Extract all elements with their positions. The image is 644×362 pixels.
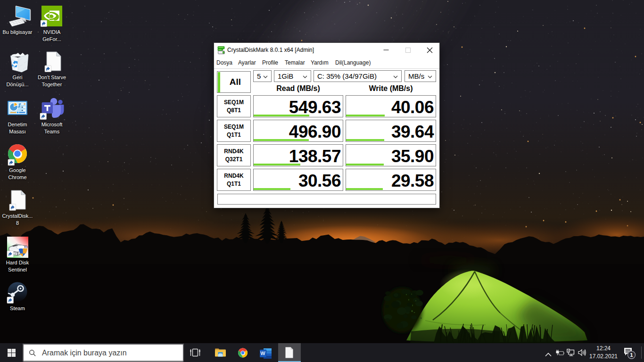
svg-text:1: 1 xyxy=(630,352,633,358)
